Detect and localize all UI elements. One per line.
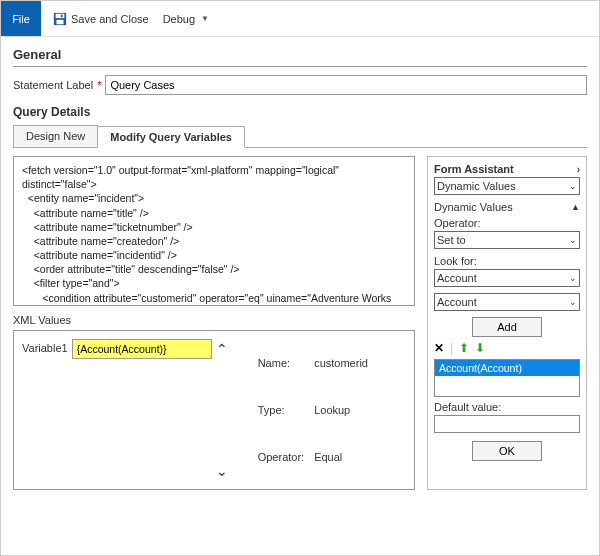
meta-type-value: Lookup [314, 388, 368, 433]
content-area: General Statement Label * Query Details … [1, 37, 599, 500]
tab-design-new[interactable]: Design New [13, 125, 98, 147]
dynamic-values-dropdown[interactable]: Dynamic Values ⌄ [434, 177, 580, 195]
look-for-field-dropdown[interactable]: Account ⌄ [434, 293, 580, 311]
selected-item[interactable]: Account(Account) [435, 360, 579, 376]
ribbon-actions: Save and Close Debug ▼ [41, 1, 221, 36]
variable-scroll: ⌃ ⌄ [212, 339, 232, 481]
left-column: <fetch version="1.0" output-format="xml-… [13, 156, 415, 490]
variable-meta: Name:customerid Type:Lookup Operator:Equ… [256, 339, 370, 481]
query-details-heading: Query Details [13, 105, 587, 119]
ok-button[interactable]: OK [472, 441, 542, 461]
chevron-down-icon: ⌄ [569, 235, 577, 245]
section-collapse-icon[interactable]: ▲ [571, 202, 580, 212]
fetchxml-textarea[interactable]: <fetch version="1.0" output-format="xml-… [13, 156, 415, 306]
variable1-label: Variable1 [22, 339, 68, 354]
xml-values-panel: Variable1 ⌃ ⌄ Name:customerid Type:Looku… [13, 330, 415, 490]
move-up-icon[interactable]: ⬆ [459, 341, 469, 355]
meta-operator-label: Operator: [258, 434, 312, 479]
ribbon: File Save and Close Debug ▼ [1, 1, 599, 37]
tab-body: <fetch version="1.0" output-format="xml-… [13, 156, 587, 490]
svg-rect-1 [56, 13, 65, 17]
statement-label-row: Statement Label * [13, 75, 587, 95]
app-window: File Save and Close Debug ▼ General Stat… [0, 0, 600, 556]
dynamic-values-section: Dynamic Values ▲ [434, 201, 580, 213]
save-and-close-button[interactable]: Save and Close [53, 12, 149, 26]
chevron-down-icon: ⌄ [569, 181, 577, 191]
collapse-icon[interactable]: › [577, 164, 580, 175]
save-icon [53, 12, 67, 26]
default-value-label: Default value: [434, 401, 580, 413]
remove-icon[interactable]: ✕ [434, 341, 444, 355]
svg-rect-2 [57, 19, 64, 23]
tabs: Design New Modify Query Variables [13, 125, 587, 148]
meta-name-label: Name: [258, 341, 312, 386]
xml-values-label: XML Values [13, 314, 415, 326]
operator-dropdown[interactable]: Set to ⌄ [434, 231, 580, 249]
tab-modify-query-variables[interactable]: Modify Query Variables [97, 126, 245, 148]
save-and-close-label: Save and Close [71, 13, 149, 25]
statement-label-text: Statement Label [13, 79, 93, 91]
chevron-down-icon: ⌄ [569, 273, 577, 283]
debug-label: Debug [163, 13, 195, 25]
meta-name-value: customerid [314, 341, 368, 386]
default-value-input[interactable] [434, 415, 580, 433]
item-actions: ✕ | ⬆ ⬇ [434, 341, 580, 355]
selected-items-box[interactable]: Account(Account) [434, 359, 580, 397]
meta-operator-value: Equal [314, 434, 368, 479]
operator-label: Operator: [434, 217, 580, 229]
meta-type-label: Type: [258, 388, 312, 433]
look-for-label: Look for: [434, 255, 580, 267]
scroll-up-icon[interactable]: ⌃ [216, 341, 228, 357]
variable-row: Variable1 [22, 339, 212, 481]
form-assistant-panel: Form Assistant › Dynamic Values ⌄ Dynami… [427, 156, 587, 490]
svg-rect-3 [61, 14, 63, 17]
variable1-input[interactable] [72, 339, 212, 359]
form-assistant-header: Form Assistant › [434, 163, 580, 177]
add-button[interactable]: Add [472, 317, 542, 337]
file-tab[interactable]: File [1, 1, 41, 36]
chevron-down-icon: ⌄ [569, 297, 577, 307]
move-down-icon[interactable]: ⬇ [475, 341, 485, 355]
required-asterisk: * [97, 79, 101, 91]
debug-dropdown[interactable]: Debug ▼ [163, 13, 209, 25]
statement-label-input[interactable] [105, 75, 587, 95]
general-heading: General [13, 47, 587, 67]
chevron-down-icon: ▼ [201, 14, 209, 23]
look-for-entity-dropdown[interactable]: Account ⌄ [434, 269, 580, 287]
scroll-down-icon[interactable]: ⌄ [216, 463, 228, 479]
form-assistant-title: Form Assistant [434, 163, 514, 175]
